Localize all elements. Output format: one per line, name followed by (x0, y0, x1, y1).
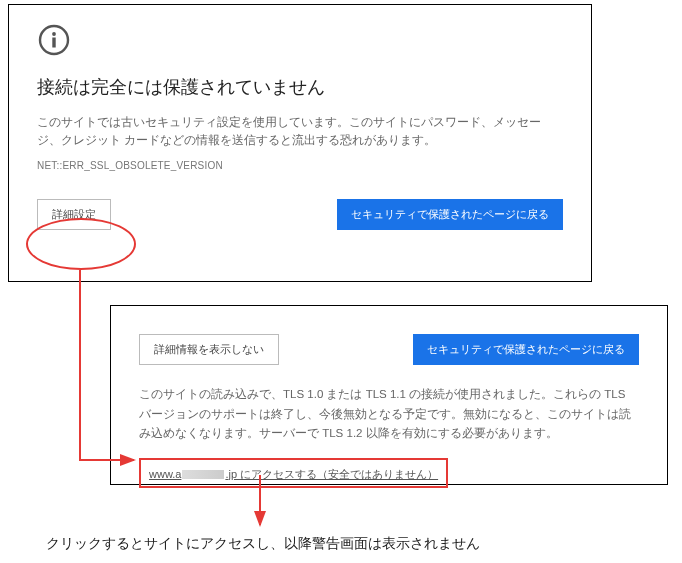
hide-details-button[interactable]: 詳細情報を表示しない (139, 334, 279, 365)
warning-description: このサイトでは古いセキュリティ設定を使用しています。このサイトにパスワード、メッ… (37, 113, 563, 150)
error-code: NET::ERR_SSL_OBSOLETE_VERSION (37, 160, 563, 171)
button-row: 詳細設定 セキュリティで保護されたページに戻る (37, 199, 563, 230)
detail-description: このサイトの読み込みで、TLS 1.0 または TLS 1.1 の接続が使用され… (139, 385, 639, 444)
ssl-warning-panel: 接続は完全には保護されていません このサイトでは古いセキュリティ設定を使用してい… (8, 4, 592, 282)
proceed-domain-prefix: www.a (149, 468, 181, 480)
advanced-button[interactable]: 詳細設定 (37, 199, 111, 230)
svg-rect-2 (52, 38, 55, 48)
redacted-domain (182, 470, 224, 479)
svg-point-1 (52, 32, 56, 36)
back-to-safety-button[interactable]: セキュリティで保護されたページに戻る (337, 199, 563, 230)
annotation-caption: クリックするとサイトにアクセスし、以降警告画面は表示されません (46, 535, 480, 553)
proceed-link-suffix: .jp にアクセスする（安全ではありません） (225, 468, 438, 480)
button-row: 詳細情報を表示しない セキュリティで保護されたページに戻る (139, 334, 639, 365)
back-to-safety-button[interactable]: セキュリティで保護されたページに戻る (413, 334, 639, 365)
warning-title: 接続は完全には保護されていません (37, 75, 563, 99)
proceed-unsafe-link[interactable]: www.a.jp にアクセスする（安全ではありません） (149, 468, 438, 480)
ssl-detail-panel: 詳細情報を表示しない セキュリティで保護されたページに戻る このサイトの読み込み… (110, 305, 668, 485)
info-icon (37, 23, 563, 57)
proceed-link-highlight: www.a.jp にアクセスする（安全ではありません） (139, 458, 448, 488)
